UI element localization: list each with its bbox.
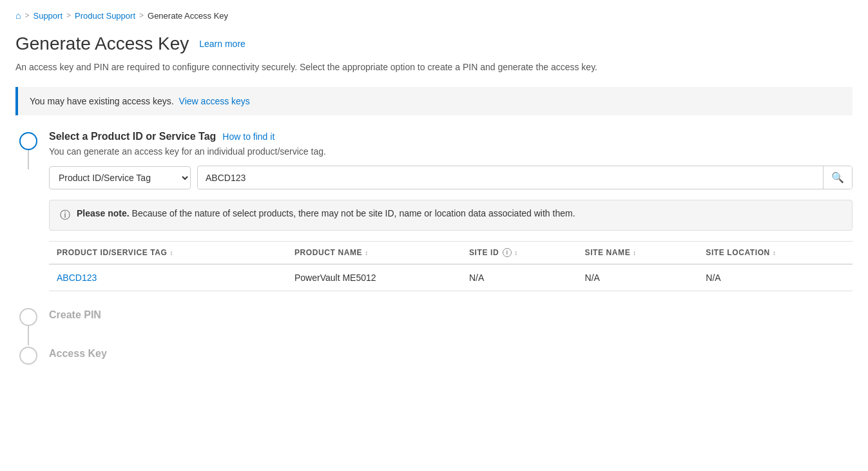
step-3: Access Key [15,345,853,375]
table-body: ABCD123 PowerVault ME5012 N/A N/A N/A [49,264,853,291]
step-2-title: Create PIN [49,307,853,321]
sort-site-id[interactable]: SITE ID i ↕ [469,248,518,257]
step-1-content: Select a Product ID or Service Tag How t… [41,131,853,307]
col-site-location: SITE LOCATION ↕ [698,242,853,265]
step-1: Select a Product ID or Service Tag How t… [15,131,853,307]
sort-site-location-icon: ↕ [773,249,776,256]
note-rest: Because of the nature of select products… [130,208,575,218]
sort-product-name-icon: ↕ [365,249,369,256]
note-bold: Please note. [77,208,130,218]
page-description: An access key and PIN are required to co… [15,61,853,74]
step-1-title-text: Select a Product ID or Service Tag [49,131,216,142]
step-1-title: Select a Product ID or Service Tag How t… [49,131,853,142]
step-2: Create PIN [15,307,853,345]
col-product-id: PRODUCT ID/SERVICE TAG ↕ [49,242,287,265]
col-product-name-label: PRODUCT NAME [294,248,362,257]
breadcrumb-current: Generate Access Key [148,11,228,21]
col-site-name-label: SITE NAME [585,248,631,257]
results-table: PRODUCT ID/SERVICE TAG ↕ PRODUCT NAME ↕ [49,241,853,291]
step-2-line [28,326,29,345]
cell-product-name: PowerVault ME5012 [287,264,461,291]
info-circle-icon: ⓘ [60,209,70,222]
info-banner-text: You may have existing access keys. [30,96,174,106]
sort-product-id-icon: ↕ [169,249,173,256]
search-row: Product ID/Service Tag Product ID/Servic… [49,166,853,189]
step-1-line [28,150,29,169]
breadcrumb-sep-2: > [66,11,71,20]
table-header-row: PRODUCT ID/SERVICE TAG ↕ PRODUCT NAME ↕ [49,242,853,265]
product-id-link[interactable]: ABCD123 [57,273,97,283]
step-2-content: Create PIN [41,307,853,336]
step-1-circle [19,132,37,150]
how-to-find-link[interactable]: How to find it [222,131,275,142]
note-text: Please note. Because of the nature of se… [77,208,575,218]
step-3-content: Access Key [41,345,853,375]
step-2-indicator [15,307,41,345]
site-id-info-icon[interactable]: i [503,248,512,257]
home-icon[interactable]: ⌂ [15,10,21,21]
search-button[interactable]: 🔍 [823,166,852,189]
sort-site-name-icon: ↕ [633,249,637,256]
search-icon: 🔍 [831,172,844,183]
col-site-name: SITE NAME ↕ [577,242,699,265]
step-2-circle [19,308,37,326]
breadcrumb-sep-3: > [139,11,144,20]
col-site-id: SITE ID i ↕ [461,242,577,265]
step-3-title: Access Key [49,345,853,360]
breadcrumb-product-support[interactable]: Product Support [75,11,135,21]
sort-site-id-icon: ↕ [514,249,518,256]
sort-product-name[interactable]: PRODUCT NAME ↕ [294,248,369,257]
breadcrumb-sep-1: > [24,11,29,20]
page-title: Generate Access Key [15,34,189,54]
sort-site-name[interactable]: SITE NAME ↕ [585,248,637,257]
col-site-id-label: SITE ID [469,248,499,257]
breadcrumb-support[interactable]: Support [33,11,63,21]
product-type-select[interactable]: Product ID/Service Tag Product ID/Servic… [49,166,191,189]
steps-container: Select a Product ID or Service Tag How t… [15,131,853,375]
view-access-keys-link[interactable]: View access keys [179,96,250,106]
col-product-id-label: PRODUCT ID/SERVICE TAG [57,248,167,257]
learn-more-link[interactable]: Learn more [199,39,246,49]
info-banner: You may have existing access keys. View … [15,87,853,115]
breadcrumb: ⌂ > Support > Product Support > Generate… [15,10,853,21]
page-title-row: Generate Access Key Learn more [15,34,853,54]
cell-site-id: N/A [461,264,577,291]
table-row: ABCD123 PowerVault ME5012 N/A N/A N/A [49,264,853,291]
step-3-circle [19,347,37,365]
sort-site-location[interactable]: SITE LOCATION ↕ [706,248,776,257]
table-head: PRODUCT ID/SERVICE TAG ↕ PRODUCT NAME ↕ [49,242,853,265]
col-site-location-label: SITE LOCATION [706,248,770,257]
cell-product-id: ABCD123 [49,264,287,291]
search-input[interactable] [198,168,823,188]
step-3-indicator [15,345,41,365]
cell-site-location: N/A [698,264,853,291]
step-1-subtitle: You can generate an access key for an in… [49,146,853,157]
cell-site-name: N/A [577,264,699,291]
step-1-indicator [15,131,41,169]
sort-product-id[interactable]: PRODUCT ID/SERVICE TAG ↕ [57,248,173,257]
search-input-wrapper: 🔍 [197,166,853,189]
note-box: ⓘ Please note. Because of the nature of … [49,200,853,231]
col-product-name: PRODUCT NAME ↕ [287,242,461,265]
